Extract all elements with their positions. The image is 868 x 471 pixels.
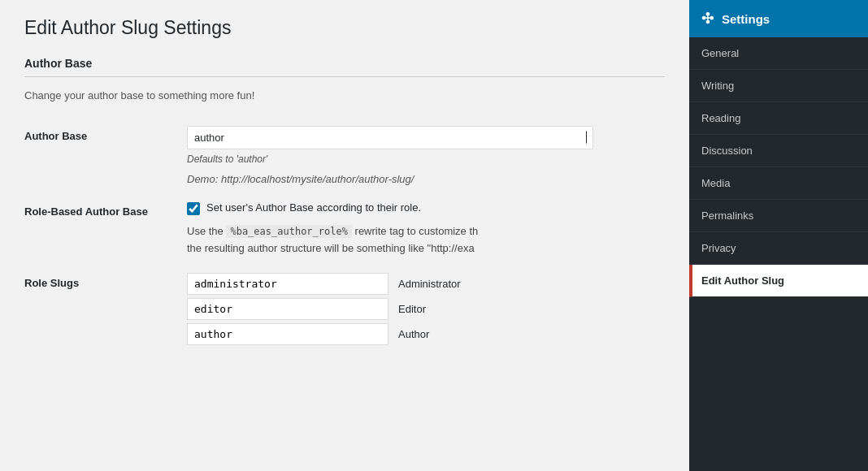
role-slugs-label: Role Slugs: [24, 277, 79, 289]
role-name-editor: Editor: [392, 298, 593, 320]
rewrite-description: Use the %ba_eas_author_role% rewrite tag…: [187, 223, 610, 257]
author-base-input[interactable]: [187, 126, 593, 149]
sidebar-item-general[interactable]: General: [689, 37, 868, 70]
sidebar-header-label: Settings: [722, 12, 770, 26]
role-name-administrator: Administrator: [392, 273, 593, 295]
page-title: Edit Author Slug Settings: [24, 16, 665, 41]
sidebar-item-discussion[interactable]: Discussion: [689, 135, 868, 167]
sidebar-link-discussion[interactable]: Discussion: [689, 135, 868, 166]
author-base-description: Change your author base to something mor…: [24, 89, 665, 102]
sidebar-item-edit-author-slug[interactable]: Edit Author Slug: [689, 265, 868, 297]
role-slugs-row: Role Slugs Administrator Editor Author: [24, 265, 665, 353]
sidebar-link-reading[interactable]: Reading: [689, 102, 868, 134]
role-name-author: Author: [392, 323, 593, 345]
sidebar-menu: General Writing Reading Discussion Media…: [689, 37, 868, 297]
settings-icon: ✣: [701, 10, 714, 28]
role-based-checkbox-label: Set user's Author Base according to thei…: [206, 201, 421, 214]
sidebar-item-permalinks[interactable]: Permalinks: [689, 200, 868, 232]
rewrite-tag: %ba_eas_author_role%: [226, 225, 352, 238]
role-slug-input-administrator[interactable]: [187, 273, 388, 295]
author-base-heading: Author Base: [24, 57, 665, 77]
role-slug-input-editor[interactable]: [187, 298, 388, 320]
sidebar-item-privacy[interactable]: Privacy: [689, 232, 868, 265]
sidebar-link-general[interactable]: General: [689, 37, 868, 69]
text-cursor: [586, 132, 587, 144]
sidebar-header: ✣ Settings: [689, 0, 868, 37]
role-based-row: Role-Based Author Base Set user's Author…: [24, 193, 665, 266]
demo-url: http://localhost/mysite/author/author-sl…: [221, 173, 414, 185]
sidebar-link-permalinks[interactable]: Permalinks: [689, 200, 868, 231]
role-based-checkbox-row: Set user's Author Base according to thei…: [187, 201, 665, 215]
author-base-label: Author Base: [24, 130, 87, 142]
role-slugs-grid: Administrator Editor Author: [187, 273, 593, 345]
main-content: Edit Author Slug Settings Author Base Ch…: [0, 0, 689, 471]
role-slug-input-author[interactable]: [187, 323, 388, 345]
sidebar-item-writing[interactable]: Writing: [689, 70, 868, 102]
role-based-checkbox[interactable]: [187, 202, 200, 215]
sidebar-link-media[interactable]: Media: [689, 167, 868, 199]
author-base-note: Defaults to 'author': [187, 153, 665, 165]
settings-form-table: Author Base Defaults to 'author' Demo: h…: [24, 118, 665, 354]
sidebar: ✣ Settings General Writing Reading Discu…: [689, 0, 868, 471]
sidebar-link-edit-author-slug[interactable]: Edit Author Slug: [692, 265, 868, 296]
sidebar-link-writing[interactable]: Writing: [689, 70, 868, 102]
sidebar-item-media[interactable]: Media: [689, 167, 868, 200]
sidebar-link-privacy[interactable]: Privacy: [689, 232, 868, 264]
author-base-demo: Demo: http://localhost/mysite/author/aut…: [187, 173, 665, 185]
author-base-row: Author Base Defaults to 'author' Demo: h…: [24, 118, 665, 193]
role-based-label: Role-Based Author Base: [24, 205, 148, 218]
sidebar-item-reading[interactable]: Reading: [689, 102, 868, 135]
